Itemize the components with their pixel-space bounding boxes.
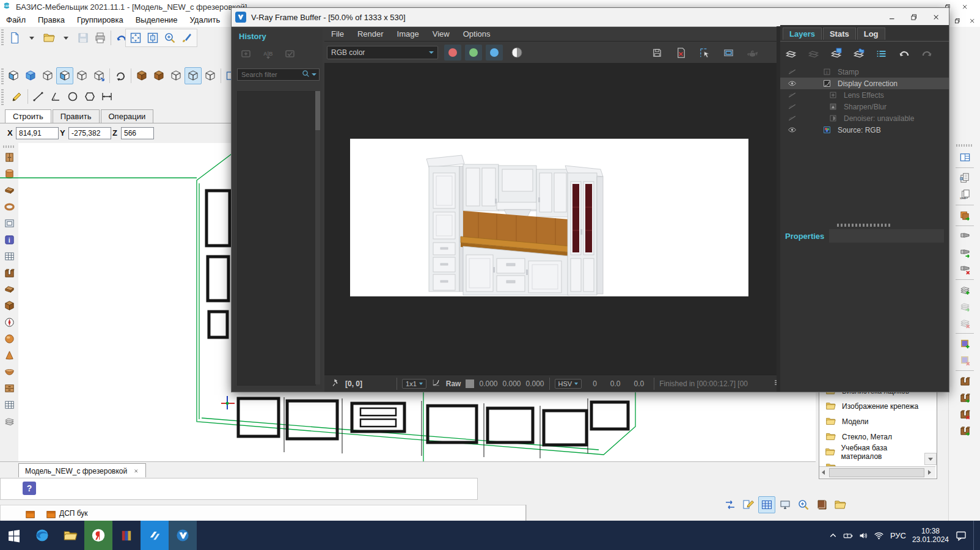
toolbar-grip[interactable]	[1, 68, 4, 84]
menu-item[interactable]: Правка	[32, 13, 71, 26]
cube-move-icon[interactable]	[90, 67, 108, 84]
rotate-icon[interactable]	[112, 67, 129, 84]
tab-close-icon[interactable]	[133, 466, 139, 477]
history-list[interactable]	[237, 91, 316, 386]
green-channel-button[interactable]	[465, 45, 482, 61]
layer-add-icon[interactable]	[783, 45, 800, 62]
sphere-icon[interactable]	[1, 331, 18, 347]
layer-row[interactable]: Sharpen/Blur	[780, 101, 949, 112]
copy-pages-icon[interactable]	[957, 170, 973, 186]
layer-row[interactable]: Source: RGB	[780, 124, 949, 136]
wood-corner-icon[interactable]	[957, 389, 973, 406]
taskbar-explorer-button[interactable]	[56, 521, 84, 550]
history-scrollbar[interactable]	[315, 91, 320, 384]
drawer-box-icon[interactable]	[1, 380, 18, 397]
taskbar-yandex-button[interactable]	[84, 521, 112, 550]
pin-icon[interactable]	[331, 378, 340, 390]
cylinder-icon[interactable]	[1, 166, 18, 182]
screw-icon[interactable]	[957, 244, 973, 261]
folder-icon[interactable]	[823, 429, 838, 444]
taskbar-vray-app-button[interactable]	[169, 521, 197, 550]
layer-row[interactable]: Display Correction	[780, 78, 949, 89]
xml-pages-icon[interactable]: xml	[957, 186, 973, 203]
cone-icon[interactable]	[1, 347, 18, 364]
screw-icon[interactable]	[957, 261, 973, 277]
undo-light-icon[interactable]	[896, 45, 913, 62]
grid-table-icon[interactable]	[758, 496, 775, 513]
help-button[interactable]: ?	[23, 482, 36, 495]
vray-menu-item[interactable]: Options	[456, 28, 497, 40]
arrow-left-icon[interactable]	[822, 470, 825, 475]
vray-menu-item[interactable]: View	[426, 28, 456, 40]
vray-close-button[interactable]	[929, 11, 943, 23]
hscroll-thumb[interactable]	[829, 468, 924, 477]
hist-add-icon[interactable]	[238, 45, 255, 62]
mode-tab[interactable]: Править	[53, 109, 100, 123]
layers-tab[interactable]: Log	[857, 28, 885, 40]
folder-item[interactable]: Учебная база материалов	[819, 444, 924, 460]
cube-blue-icon[interactable]	[56, 67, 73, 84]
frame-icon[interactable]	[1, 215, 18, 232]
wood-corner-icon[interactable]	[957, 406, 973, 422]
rgb-src-icon[interactable]	[820, 123, 834, 137]
menu-item[interactable]: Файл	[0, 13, 32, 26]
vray-menu-item[interactable]: File	[324, 28, 351, 40]
book-icon[interactable]	[813, 496, 830, 513]
panel-stack-icon[interactable]	[957, 298, 973, 315]
mode-tab[interactable]: Строить	[5, 109, 51, 123]
vscroll-down-button[interactable]	[924, 453, 937, 465]
cube-wire-icon[interactable]	[185, 67, 202, 84]
paint-brush-icon[interactable]	[178, 29, 196, 46]
menu-item[interactable]: Группировка	[71, 13, 130, 26]
red-channel-button[interactable]	[444, 45, 461, 61]
alpha-channel-button[interactable]	[511, 47, 522, 58]
wood-cube-icon[interactable]	[1, 298, 18, 314]
menu-item[interactable]: Выделение	[130, 13, 184, 26]
toolbar-grip[interactable]	[1, 89, 4, 105]
taskbar-clock[interactable]: 10:38 23.01.2024	[912, 527, 949, 544]
vray-menu-item[interactable]: Render	[351, 28, 390, 40]
vr-save-icon[interactable]	[649, 45, 665, 61]
cube-wire-icon[interactable]	[167, 67, 185, 84]
fit-all-icon[interactable]	[127, 29, 144, 46]
swap-arrows-icon[interactable]	[722, 496, 739, 513]
vray-menu-item[interactable]: Image	[390, 28, 426, 40]
wood-corner-icon[interactable]	[957, 373, 973, 389]
history-search-input[interactable]	[240, 70, 302, 79]
doc-close-button[interactable]	[965, 15, 979, 27]
new-page-icon[interactable]	[6, 29, 23, 46]
document-tab[interactable]: Модель_NEW_с фрезеровкой	[18, 463, 146, 478]
open-folder-icon[interactable]	[832, 496, 849, 513]
layer-load-icon[interactable]	[850, 45, 868, 62]
doc-restore-button[interactable]	[951, 15, 964, 27]
cube-wire-icon[interactable]	[39, 67, 56, 84]
coord-z-input[interactable]	[121, 127, 154, 139]
monitor-icon[interactable]	[777, 496, 794, 513]
taskbar-start-button[interactable]	[0, 521, 28, 550]
dd-icon[interactable]	[57, 29, 75, 46]
export-image-icon[interactable]	[957, 207, 973, 224]
square-icon[interactable]	[957, 352, 973, 369]
dd-icon[interactable]	[23, 29, 40, 46]
vr-save-x-icon[interactable]	[673, 45, 689, 61]
menu-item[interactable]: Удалить	[184, 13, 227, 26]
speaker-icon[interactable]	[858, 530, 869, 541]
redo-dark-icon[interactable]	[918, 45, 935, 62]
blue-channel-button[interactable]	[486, 45, 503, 61]
wifi-icon[interactable]	[874, 530, 884, 541]
folder-item[interactable]: Стекло, Метал	[819, 429, 924, 444]
search-dropdown-icon[interactable]	[312, 73, 316, 76]
vray-window[interactable]: V-Ray Frame Buffer - [50.0% of 1333 x 53…	[231, 7, 949, 392]
notification-center-icon[interactable]	[955, 529, 967, 541]
open-folder-icon[interactable]	[40, 29, 57, 46]
table-split-icon[interactable]	[957, 149, 973, 166]
vray-minimize-button[interactable]	[885, 11, 899, 23]
vr-region-box-icon[interactable]	[720, 45, 737, 61]
properties-field[interactable]	[829, 229, 944, 243]
right-toolbar-grip[interactable]	[956, 144, 973, 147]
compass-icon[interactable]	[1, 314, 18, 331]
line-icon[interactable]	[30, 88, 47, 105]
cabinet-icon[interactable]	[1, 149, 18, 166]
toolbar-grip[interactable]	[1, 29, 4, 45]
layer-del-icon[interactable]	[805, 45, 822, 62]
